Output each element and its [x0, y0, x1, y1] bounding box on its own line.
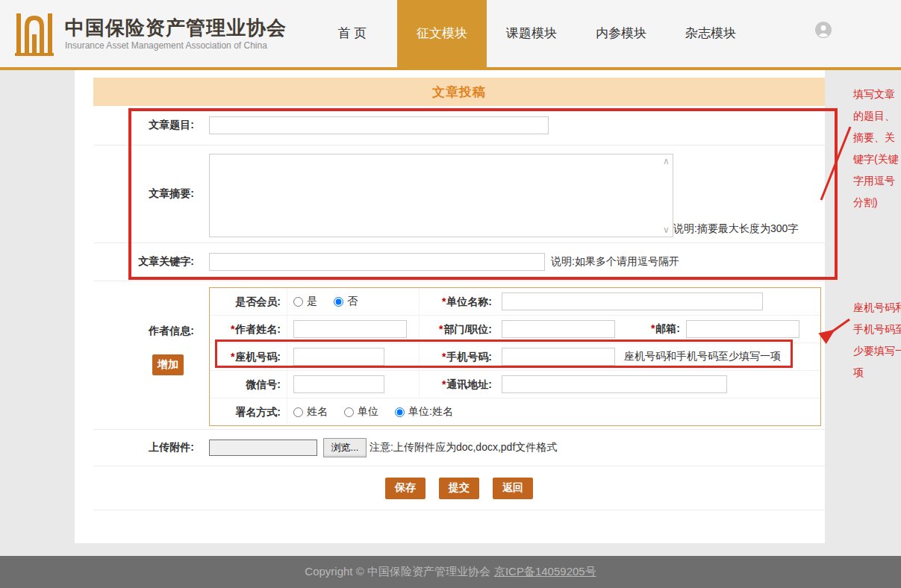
file-path-input[interactable]: [209, 440, 317, 456]
user-avatar-icon[interactable]: [815, 22, 832, 38]
scroll-up-icon[interactable]: ∧: [661, 156, 672, 166]
sig-name-radio[interactable]: [293, 407, 303, 417]
mobile-input[interactable]: [502, 348, 615, 366]
required-mark: *: [439, 323, 443, 335]
submission-form: 文章投稿 文章题目: 文章摘要: ∧ ∨ 说明:摘要最大长度为300字 文章关键: [93, 78, 825, 510]
sig-company-name-radio[interactable]: [395, 407, 405, 417]
author-info-row: 作者信息: 增加 是否会员: 是 否: [93, 281, 825, 430]
required-mark: *: [442, 295, 446, 307]
required-mark: *: [231, 323, 234, 335]
textarea-scrollbar[interactable]: ∧ ∨: [660, 154, 673, 237]
content-panel: 文章投稿 文章题目: 文章摘要: ∧ ∨ 说明:摘要最大长度为300字 文章关键: [75, 70, 825, 543]
nav-home[interactable]: 首 页: [308, 0, 397, 67]
email-label: *邮箱:: [615, 322, 686, 336]
form-title: 文章投稿: [432, 84, 486, 101]
keywords-note: 说明:如果多个请用逗号隔开: [551, 255, 679, 269]
site-title: 中国保险资产管理业协会: [65, 16, 287, 39]
member-no-radio[interactable]: [334, 297, 343, 307]
nav-essay-module[interactable]: 征文模块: [397, 0, 487, 67]
icp-link[interactable]: 京ICP备14059205号: [494, 565, 596, 579]
phone-row: *座机号码: *手机号码: 座机号码和手机号码至少填写一项: [210, 343, 820, 371]
member-row: 是否会员: 是 否 *单位名称:: [210, 288, 820, 316]
sig-company-radio[interactable]: [344, 407, 354, 417]
sig-company-name-option[interactable]: 单位:姓名: [395, 405, 453, 419]
back-button[interactable]: 返回: [493, 478, 533, 499]
footer: Copyright © 中国保险资产管理业协会 京ICP备14059205号: [0, 556, 901, 588]
save-button[interactable]: 保存: [385, 478, 425, 499]
keywords-row: 文章关键字: 说明:如果多个请用逗号隔开: [93, 243, 825, 281]
header: 中国保险资产管理业协会 Insurance Asset Management A…: [0, 0, 901, 70]
required-mark: *: [442, 351, 446, 363]
article-title-input[interactable]: [209, 116, 549, 134]
upload-label: 上传附件:: [93, 430, 202, 466]
wechat-label: 微信号:: [210, 371, 287, 398]
copyright-text: Copyright © 中国保险资产管理业协会: [305, 565, 490, 579]
email-input[interactable]: [686, 320, 799, 338]
member-yes-label: 是: [307, 295, 317, 308]
wechat-address-row: 微信号: *通讯地址:: [210, 371, 820, 398]
name-dept-email-row: *作者姓名: *部门/职位: *邮箱:: [210, 316, 820, 343]
required-mark: *: [442, 378, 446, 390]
nav-magazine-module[interactable]: 杂志模块: [666, 0, 755, 67]
nav-topic-module[interactable]: 课题模块: [487, 0, 576, 67]
article-title-row: 文章题目:: [93, 106, 825, 146]
sig-company-option[interactable]: 单位: [344, 405, 378, 419]
mobile-label: *手机号码:: [420, 343, 498, 370]
company-label: *单位名称:: [420, 288, 498, 315]
author-table: 是否会员: 是 否 *单位名称:: [209, 287, 821, 426]
abstract-label: 文章摘要:: [93, 146, 202, 243]
author-name-input[interactable]: [293, 320, 407, 338]
author-section-label: 作者信息:: [149, 325, 194, 338]
abstract-note: 说明:摘要最大长度为300字: [673, 222, 798, 236]
sig-name-label: 姓名: [307, 405, 328, 419]
member-yes-option[interactable]: 是: [293, 295, 317, 308]
sig-company-name-label: 单位:姓名: [408, 405, 453, 419]
required-mark: *: [231, 351, 234, 363]
landline-label: *座机号码:: [210, 343, 287, 370]
author-name-label: *作者姓名:: [210, 316, 287, 343]
annotation-note-article: 填写文章的题目、摘要、关键字(关键字用逗号分割): [853, 84, 900, 213]
company-input[interactable]: [502, 293, 763, 310]
member-no-option[interactable]: 否: [334, 295, 358, 308]
sig-name-option[interactable]: 姓名: [293, 405, 328, 419]
submit-button[interactable]: 提交: [439, 478, 479, 499]
sig-company-label: 单位: [358, 405, 378, 419]
abstract-textarea[interactable]: ∧ ∨: [209, 154, 673, 237]
keywords-label: 文章关键字:: [93, 243, 202, 281]
address-label: *通讯地址:: [420, 371, 498, 398]
address-input[interactable]: [502, 375, 727, 393]
upload-row: 上传附件: 浏览... 注意:上传附件应为doc,docx,pdf文件格式: [93, 430, 825, 466]
dept-label: *部门/职位:: [420, 316, 498, 343]
phone-note: 座机号码和手机号码至少填写一项: [624, 350, 781, 363]
abstract-row: 文章摘要: ∧ ∨ 说明:摘要最大长度为300字: [93, 146, 825, 243]
scroll-down-icon[interactable]: ∨: [661, 225, 672, 235]
signature-row: 署名方式: 姓名 单位 单: [210, 398, 820, 425]
required-mark: *: [651, 322, 655, 334]
site-subtitle: Insurance Asset Management Association o…: [65, 40, 287, 51]
logo: 中国保险资产管理业协会 Insurance Asset Management A…: [13, 10, 287, 57]
upload-note: 注意:上传附件应为doc,docx,pdf文件格式: [370, 441, 557, 454]
main-nav: 首 页 征文模块 课题模块 内参模块 杂志模块: [308, 0, 755, 67]
dept-input[interactable]: [502, 320, 615, 338]
iamac-logo-icon: [13, 10, 55, 57]
member-label: 是否会员:: [210, 288, 287, 315]
member-no-label: 否: [347, 295, 358, 308]
nav-internal-module[interactable]: 内参模块: [576, 0, 666, 67]
annotation-note-phone: 座机号码和手机号码至少要填写一项: [853, 297, 901, 384]
logo-text: 中国保险资产管理业协会 Insurance Asset Management A…: [65, 16, 287, 51]
member-yes-radio[interactable]: [293, 297, 303, 307]
keywords-input[interactable]: [209, 253, 545, 271]
landline-input[interactable]: [293, 348, 384, 366]
article-title-label: 文章题目:: [93, 106, 202, 145]
actions-row: 保存 提交 返回: [93, 466, 825, 510]
signature-label: 署名方式:: [210, 398, 287, 425]
form-title-bar: 文章投稿: [93, 78, 825, 106]
wechat-input[interactable]: [293, 375, 384, 393]
browse-button[interactable]: 浏览...: [323, 438, 367, 457]
add-author-button[interactable]: 增加: [152, 354, 184, 375]
